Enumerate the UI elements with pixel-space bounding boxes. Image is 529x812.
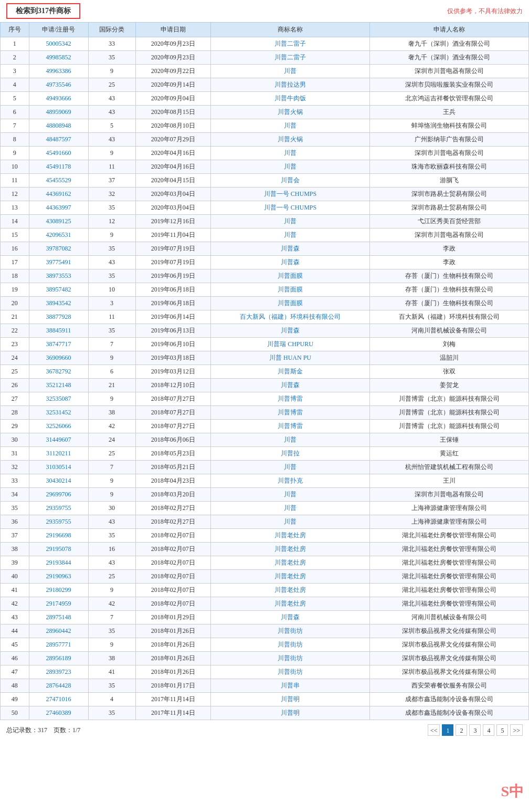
app-number-link[interactable]: 36782792 <box>46 368 71 375</box>
app-number-link[interactable]: 49963386 <box>29 65 88 78</box>
app-number-link[interactable]: 49985852 <box>29 51 88 65</box>
app-number-link[interactable]: 29174959 <box>29 597 88 611</box>
page-button-5[interactable]: 5 <box>496 724 508 736</box>
app-number-link[interactable]: 38957482 <box>46 286 71 293</box>
app-number-link[interactable]: 49735546 <box>46 81 71 88</box>
app-number-link[interactable]: 45491660 <box>29 147 88 160</box>
app-number-link[interactable]: 38973553 <box>29 269 88 283</box>
app-number-link[interactable]: 39775491 <box>46 258 71 266</box>
app-number-link[interactable]: 31120211 <box>46 450 71 457</box>
app-number-link[interactable]: 39775491 <box>29 256 88 269</box>
app-number-link[interactable]: 49963386 <box>46 67 71 75</box>
app-number-link[interactable]: 44363997 <box>29 201 88 215</box>
app-number-link[interactable]: 38877928 <box>29 310 88 324</box>
app-number-link[interactable]: 43089125 <box>46 217 71 225</box>
app-number-link[interactable]: 43089125 <box>29 215 88 228</box>
app-number-link[interactable]: 38845911 <box>46 327 71 334</box>
app-number-link[interactable]: 28975148 <box>29 611 88 624</box>
app-number-link[interactable]: 36782792 <box>29 365 88 379</box>
app-number-link[interactable]: 38747717 <box>46 340 71 348</box>
app-number-link[interactable]: 28957771 <box>46 641 71 648</box>
app-number-link[interactable]: 44369162 <box>29 188 88 201</box>
page-button-2[interactable]: 2 <box>456 724 467 736</box>
next-page-button[interactable]: >> <box>510 724 523 736</box>
page-button-3[interactable]: 3 <box>469 724 481 736</box>
app-number-link[interactable]: 29359755 <box>29 515 88 529</box>
app-number-link[interactable]: 49735546 <box>29 78 88 92</box>
app-number-link[interactable]: 45491178 <box>29 160 88 174</box>
app-number-link[interactable]: 29359755 <box>29 502 88 515</box>
app-number-link[interactable]: 31449607 <box>46 436 71 443</box>
app-number-link[interactable]: 28956189 <box>46 654 71 662</box>
app-number-link[interactable]: 29180299 <box>29 584 88 597</box>
app-number-link[interactable]: 35212148 <box>46 381 71 389</box>
app-number-link[interactable]: 45455529 <box>46 176 71 184</box>
app-number-link[interactable]: 38747717 <box>29 338 88 351</box>
app-number-link[interactable]: 48959069 <box>29 106 88 119</box>
app-number-link[interactable]: 49493666 <box>46 95 71 102</box>
app-number-link[interactable]: 31449607 <box>29 433 88 447</box>
prev-page-button[interactable]: << <box>428 724 440 736</box>
app-number-link[interactable]: 27460389 <box>46 709 71 716</box>
app-number-link[interactable]: 28975148 <box>46 613 71 621</box>
app-number-link[interactable]: 28956189 <box>29 652 88 665</box>
app-number-link[interactable]: 28764428 <box>46 682 71 689</box>
app-number-link[interactable]: 44369162 <box>46 190 71 197</box>
app-number-link[interactable]: 42096531 <box>46 231 71 238</box>
app-number-link[interactable]: 31120211 <box>29 447 88 461</box>
app-number-link[interactable]: 38943542 <box>46 299 71 307</box>
app-number-link[interactable]: 29193844 <box>29 556 88 570</box>
app-number-link[interactable]: 48487597 <box>29 133 88 147</box>
app-number-link[interactable]: 32526066 <box>29 420 88 433</box>
app-number-link[interactable]: 27460389 <box>29 706 88 720</box>
app-number-link[interactable]: 32526066 <box>46 422 71 430</box>
app-number-link[interactable]: 31030514 <box>29 461 88 474</box>
app-number-link[interactable]: 29699706 <box>29 488 88 502</box>
page-button-4[interactable]: 4 <box>483 724 494 736</box>
app-number-link[interactable]: 45455529 <box>29 174 88 188</box>
app-number-link[interactable]: 38943542 <box>29 297 88 310</box>
app-number-link[interactable]: 48487597 <box>46 136 71 143</box>
app-number-link[interactable]: 35212148 <box>29 379 88 392</box>
app-number-link[interactable]: 42096531 <box>29 228 88 242</box>
app-number-link[interactable]: 27471016 <box>46 695 71 703</box>
app-number-link[interactable]: 32535087 <box>46 395 71 402</box>
app-number-link[interactable]: 28939723 <box>29 665 88 679</box>
app-number-link[interactable]: 48959069 <box>46 108 71 116</box>
app-number-link[interactable]: 48808948 <box>46 122 71 129</box>
app-number-link[interactable]: 29359755 <box>46 504 71 512</box>
app-number-link[interactable]: 27471016 <box>29 693 88 706</box>
app-number-link[interactable]: 38957482 <box>29 283 88 297</box>
app-number-link[interactable]: 50005342 <box>29 37 88 51</box>
app-number-link[interactable]: 29196698 <box>46 532 71 539</box>
app-number-link[interactable]: 29193844 <box>46 559 71 566</box>
app-number-link[interactable]: 29180299 <box>46 586 71 594</box>
app-number-link[interactable]: 36909660 <box>46 354 71 361</box>
app-number-link[interactable]: 49985852 <box>46 54 71 61</box>
app-number-link[interactable]: 28957771 <box>29 638 88 652</box>
app-number-link[interactable]: 39787082 <box>46 245 71 252</box>
app-number-link[interactable]: 38877928 <box>46 313 71 320</box>
app-number-link[interactable]: 30430214 <box>29 474 88 488</box>
app-number-link[interactable]: 36909660 <box>29 351 88 365</box>
page-button-1[interactable]: 1 <box>442 724 453 736</box>
app-number-link[interactable]: 39787082 <box>29 242 88 256</box>
app-number-link[interactable]: 29359755 <box>46 518 71 525</box>
app-number-link[interactable]: 29190963 <box>46 572 71 580</box>
app-number-link[interactable]: 28764428 <box>29 679 88 693</box>
app-number-link[interactable]: 50005342 <box>46 40 71 47</box>
app-number-link[interactable]: 29195078 <box>46 545 71 553</box>
app-number-link[interactable]: 48808948 <box>29 119 88 133</box>
app-number-link[interactable]: 45491178 <box>46 163 71 170</box>
app-number-link[interactable]: 32531452 <box>29 406 88 420</box>
app-number-link[interactable]: 29196698 <box>29 529 88 543</box>
app-number-link[interactable]: 30430214 <box>46 477 71 484</box>
app-number-link[interactable]: 29174959 <box>46 600 71 607</box>
app-number-link[interactable]: 28960442 <box>46 627 71 634</box>
app-number-link[interactable]: 38973553 <box>46 272 71 279</box>
app-number-link[interactable]: 31030514 <box>46 463 71 471</box>
app-number-link[interactable]: 28960442 <box>29 624 88 638</box>
app-number-link[interactable]: 44363997 <box>46 204 71 211</box>
app-number-link[interactable]: 32535087 <box>29 392 88 406</box>
app-number-link[interactable]: 28939723 <box>46 668 71 675</box>
